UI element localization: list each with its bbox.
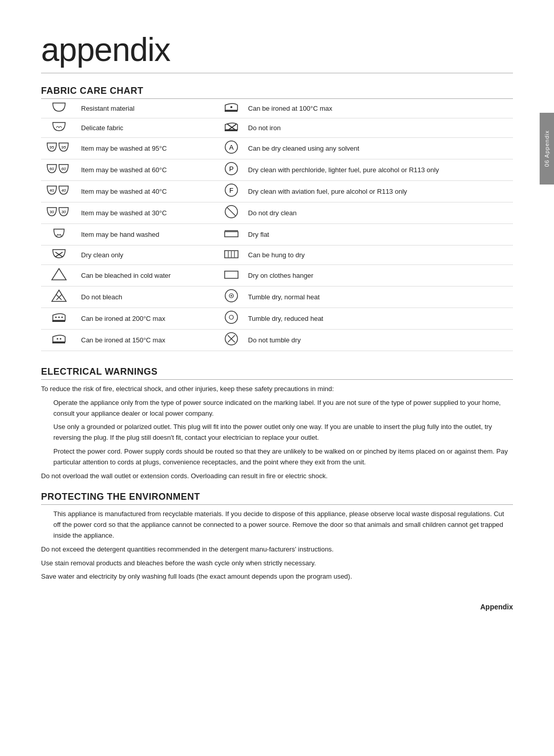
label-cell2: Can be dry cleaned using any solvent bbox=[244, 138, 513, 159]
environment-item-3: Use stain removal products and bleaches … bbox=[41, 558, 513, 569]
svg-text:60: 60 bbox=[62, 167, 66, 171]
electrical-item-3: Protect the power cord. Power supply cor… bbox=[53, 446, 513, 468]
environment-section: PROTECTING THE ENVIRONMENT This applianc… bbox=[41, 492, 513, 582]
icon-cell: 30 30 bbox=[41, 202, 77, 224]
table-row: Dry clean only Can be hung to dry bbox=[41, 246, 513, 265]
icon-cell2 bbox=[219, 224, 244, 246]
table-row: 40 40 Item may be washed at 40°C F Dr bbox=[41, 181, 513, 202]
iron-150-icon bbox=[51, 333, 67, 345]
label-cell2: Do not iron bbox=[244, 118, 513, 138]
iron-100-icon bbox=[223, 101, 240, 113]
dry-clean-p-icon: P bbox=[224, 161, 239, 176]
page-wrapper: 06 Appendix appendix FABRIC CARE CHART R… bbox=[0, 0, 554, 642]
hang-dry-icon bbox=[223, 248, 240, 260]
wash-30-icon: 30 30 bbox=[46, 206, 72, 218]
label-cell2: Do not dry clean bbox=[244, 202, 513, 224]
table-row: 30 30 Item may be washed at 30°C Do bbox=[41, 202, 513, 224]
label-cell: Item may be hand washed bbox=[77, 224, 219, 246]
environment-title: PROTECTING THE ENVIRONMENT bbox=[41, 492, 513, 502]
side-tab-label: 06 Appendix bbox=[544, 130, 550, 167]
environment-item-2: Do not exceed the detergent quantities r… bbox=[41, 544, 513, 555]
svg-text:30: 30 bbox=[50, 210, 54, 214]
tumble-reduced-icon bbox=[224, 310, 239, 324]
svg-rect-30 bbox=[225, 271, 238, 278]
tumble-normal-icon bbox=[224, 289, 239, 303]
electrical-divider bbox=[41, 379, 513, 380]
label-cell: Delicate fabric bbox=[77, 118, 219, 138]
icon-cell bbox=[41, 330, 77, 351]
table-row: Resistant material Can be ironed at 100°… bbox=[41, 99, 513, 118]
dry-clean-only-icon bbox=[51, 248, 67, 260]
dry-clean-any-icon: A bbox=[224, 140, 239, 154]
electrical-intro: To reduce the risk of fire, electrical s… bbox=[41, 384, 513, 395]
no-bleach-icon bbox=[51, 289, 67, 303]
svg-text:40: 40 bbox=[50, 188, 54, 193]
label-cell2: Can be hung to dry bbox=[244, 246, 513, 265]
footer-text: Appendix bbox=[480, 603, 513, 611]
icon-cell bbox=[41, 287, 77, 308]
side-tab: 06 Appendix bbox=[540, 113, 554, 185]
dry-flat-icon bbox=[223, 227, 240, 239]
svg-point-45 bbox=[60, 338, 62, 340]
table-row: Item may be hand washed Dry flat bbox=[41, 224, 513, 246]
care-chart-table: Resistant material Can be ironed at 100°… bbox=[41, 99, 513, 351]
icon-cell2 bbox=[219, 265, 244, 287]
table-row: Can be bleached in cold water Dry on clo… bbox=[41, 265, 513, 287]
fabric-care-section: FABRIC CARE CHART Resistant material bbox=[41, 86, 513, 351]
table-row: 60 60 Item may be washed at 60°C P Dr bbox=[41, 159, 513, 181]
bleach-cold-icon bbox=[51, 267, 67, 281]
wash-95-icon: 95 95 bbox=[46, 141, 72, 153]
environment-divider bbox=[41, 504, 513, 505]
page-title: appendix bbox=[41, 31, 513, 69]
icon-cell bbox=[41, 99, 77, 118]
svg-text:40: 40 bbox=[62, 188, 66, 193]
label-cell2: Do not tumble dry bbox=[244, 330, 513, 351]
no-tumble-icon bbox=[224, 332, 239, 346]
svg-point-38 bbox=[55, 317, 57, 318]
svg-marker-31 bbox=[52, 290, 66, 301]
svg-point-1 bbox=[230, 106, 232, 108]
label-cell2: Dry clean with aviation fuel, pure alcoh… bbox=[244, 181, 513, 202]
environment-item-1: This appliance is manufactured from recy… bbox=[53, 509, 513, 541]
wash-resistant-icon bbox=[51, 101, 67, 113]
electrical-item-1: Operate the appliance only from the type… bbox=[53, 398, 513, 419]
svg-point-41 bbox=[225, 311, 238, 323]
dry-clean-f-icon: F bbox=[224, 183, 239, 197]
svg-point-42 bbox=[229, 315, 233, 319]
no-dry-clean-icon bbox=[224, 205, 239, 219]
label-cell: Do not bleach bbox=[77, 287, 219, 308]
label-cell2: Tumble dry, normal heat bbox=[244, 287, 513, 308]
table-row: Can be ironed at 200°C max Tumble dry, r… bbox=[41, 308, 513, 330]
label-cell: Can be bleached in cold water bbox=[77, 265, 219, 287]
footer-label: Appendix bbox=[41, 603, 513, 611]
svg-text:60: 60 bbox=[50, 167, 54, 171]
icon-cell bbox=[41, 118, 77, 138]
svg-rect-21 bbox=[225, 232, 238, 237]
electrical-body: To reduce the risk of fire, electrical s… bbox=[41, 384, 513, 481]
label-cell: Item may be washed at 60°C bbox=[77, 159, 219, 181]
electrical-section: ELECTRICAL WARNINGS To reduce the risk o… bbox=[41, 366, 513, 481]
wash-60-icon: 60 60 bbox=[46, 162, 72, 175]
table-row: Do not bleach Tumble dry, normal heat bbox=[41, 287, 513, 308]
svg-point-40 bbox=[62, 317, 63, 318]
svg-text:A: A bbox=[229, 144, 233, 151]
label-cell2: Dry flat bbox=[244, 224, 513, 246]
icon-cell: 40 40 bbox=[41, 181, 77, 202]
icon-cell bbox=[41, 265, 77, 287]
icon-cell2 bbox=[219, 287, 244, 308]
label-cell2: Can be ironed at 100°C max bbox=[244, 99, 513, 118]
title-divider bbox=[41, 73, 513, 73]
label-cell: Item may be washed at 30°C bbox=[77, 202, 219, 224]
icon-cell2: F bbox=[219, 181, 244, 202]
icon-cell2 bbox=[219, 308, 244, 330]
no-iron-icon bbox=[223, 120, 240, 133]
icon-cell2: P bbox=[219, 159, 244, 181]
icon-cell bbox=[41, 224, 77, 246]
svg-line-20 bbox=[227, 208, 235, 216]
svg-point-44 bbox=[57, 338, 58, 340]
svg-text:P: P bbox=[229, 165, 233, 173]
environment-body: This appliance is manufactured from recy… bbox=[41, 509, 513, 582]
label-cell: Can be ironed at 200°C max bbox=[77, 308, 219, 330]
icon-cell bbox=[41, 308, 77, 330]
electrical-title: ELECTRICAL WARNINGS bbox=[41, 366, 513, 377]
